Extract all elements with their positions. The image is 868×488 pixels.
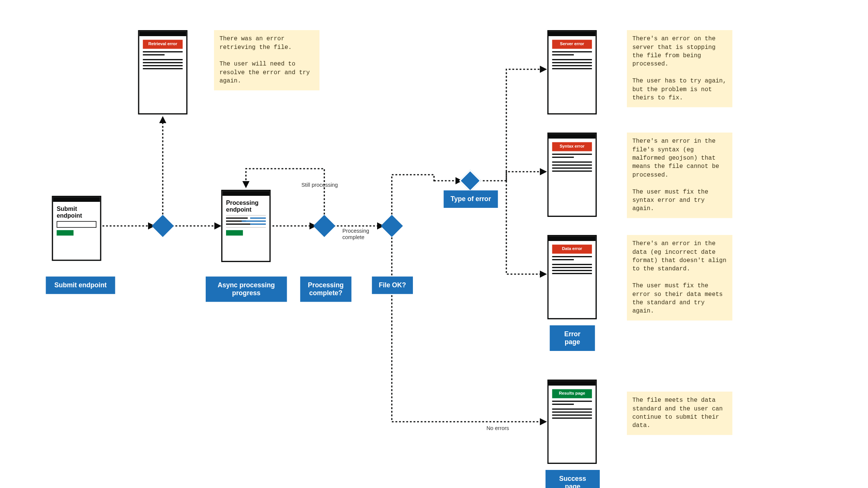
success-banner: Results page (552, 389, 592, 398)
step-file-ok-q: File OK? (372, 276, 413, 294)
text-lines-icon (143, 51, 183, 69)
edge-still-processing: Still processing (301, 182, 338, 188)
error-banner: Data error (552, 245, 592, 254)
note-server-error: There's an error on the server that is s… (627, 30, 732, 107)
card-input-placeholder (57, 221, 96, 228)
card-title: Processing endpoint (226, 200, 266, 213)
card-topbar (222, 191, 269, 196)
card-topbar (53, 197, 100, 202)
processing-lines-icon (226, 215, 266, 228)
card-processing-endpoint: Processing endpoint (221, 190, 270, 262)
error-banner: Retrieval error (143, 40, 183, 49)
step-success-page: Success page (546, 470, 600, 488)
card-submit-endpoint: Submit endpoint (52, 196, 101, 261)
text-lines-icon (552, 256, 592, 274)
decision-processing-complete (313, 215, 335, 237)
step-async-processing: Async processing progress (206, 276, 287, 302)
card-button-placeholder (57, 230, 73, 235)
card-server-error: Server error (547, 30, 597, 114)
card-topbar (549, 31, 596, 36)
note-retrieval-error: There was an error retrieving the file. … (214, 30, 319, 90)
card-button-placeholder (226, 230, 243, 235)
error-banner: Server error (552, 40, 592, 49)
error-banner: Syntax error (552, 142, 592, 151)
card-results-page: Results page (547, 380, 597, 464)
card-topbar (139, 31, 186, 36)
note-syntax-error: There's an error in the file's syntax (e… (627, 133, 732, 218)
edge-processing-complete: Processing complete (342, 228, 376, 241)
text-lines-icon (552, 154, 592, 172)
edge-no-errors: No errors (486, 425, 509, 432)
decision-retrieval-ok (152, 215, 174, 237)
card-topbar (549, 236, 596, 241)
note-data-error: There's an error in the data (eg incorre… (627, 235, 732, 320)
card-retrieval-error: Retrieval error (138, 30, 187, 114)
card-syntax-error: Syntax error (547, 133, 597, 217)
card-title: Submit endpoint (57, 206, 96, 219)
decision-file-ok (381, 215, 403, 237)
card-topbar (549, 134, 596, 139)
card-data-error: Data error (547, 235, 597, 319)
card-topbar (549, 381, 596, 386)
step-submit-endpoint: Submit endpoint (46, 276, 115, 294)
step-type-of-error: Type of error (444, 191, 498, 208)
connectors (0, 0, 868, 488)
step-error-page: Error page (550, 325, 595, 351)
note-results: The file meets the data standard and the… (627, 392, 732, 435)
text-lines-icon (552, 401, 592, 419)
step-processing-complete-q: Processing complete? (300, 276, 351, 302)
flow-diagram: Submit endpoint Retrieval error Processi… (0, 0, 868, 488)
text-lines-icon (552, 51, 592, 69)
decision-type-of-error (459, 170, 481, 192)
